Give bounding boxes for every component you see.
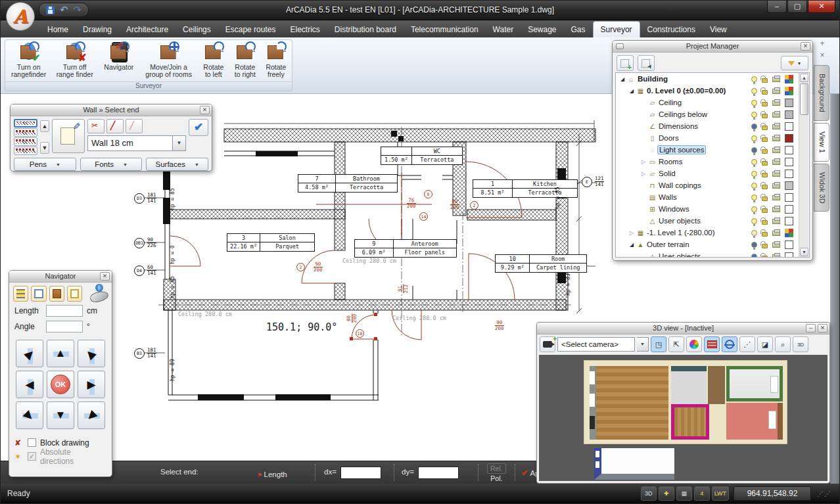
ribbon-tab[interactable]: Electrics [283, 22, 327, 37]
lock-icon[interactable] [762, 232, 768, 237]
ribbon-button[interactable]: Turn off range finder [51, 41, 99, 81]
direction-down-left-button[interactable]: ◀ [78, 401, 105, 429]
visibility-bulb-icon[interactable] [751, 159, 757, 165]
ribbon-button[interactable]: Rotate freely [262, 41, 291, 81]
visibility-bulb-icon[interactable] [751, 206, 757, 212]
door-mode-button[interactable] [49, 286, 64, 302]
view-tab[interactable]: View 1 [814, 123, 829, 162]
camera-preview-button[interactable]: ⌕ [775, 336, 791, 352]
wall-type-up-button[interactable]: ▲ [40, 120, 49, 132]
add-element-button[interactable] [617, 55, 634, 71]
print-icon[interactable] [772, 160, 780, 165]
color-swatch[interactable] [785, 252, 793, 258]
ribbon-button[interactable]: Turn on rangefinder [7, 41, 51, 81]
print-icon[interactable] [772, 148, 780, 153]
add-camera-button[interactable] [540, 336, 555, 352]
print-icon[interactable] [772, 242, 780, 248]
color-swatch[interactable] [785, 99, 793, 107]
lock-icon[interactable] [762, 114, 768, 118]
visibility-bulb-icon[interactable] [751, 100, 757, 106]
ribbon-tab[interactable]: Water [486, 22, 521, 37]
view-tab[interactable]: Background [814, 65, 829, 121]
navigator-title[interactable]: Navigator ✕ [9, 271, 112, 283]
print-icon[interactable] [772, 77, 780, 82]
length-input[interactable] [46, 305, 83, 317]
direction-up-button[interactable]: ▲ [47, 340, 74, 367]
ribbon-tab[interactable]: Architecture [119, 22, 175, 37]
print-icon[interactable] [772, 124, 780, 129]
orbit-button[interactable] [722, 336, 737, 352]
print-icon[interactable] [772, 231, 780, 236]
tree-row[interactable]: ▱ Ceiling [616, 97, 809, 108]
select-element-button[interactable] [638, 55, 655, 71]
absolute-directions-checkbox[interactable]: ✓ [28, 452, 36, 461]
tree-expander-icon[interactable] [640, 171, 647, 177]
render-button[interactable]: ◪ [757, 336, 773, 352]
tree-item-label[interactable]: Dimensions [657, 122, 699, 130]
visibility-bulb-icon[interactable] [751, 218, 757, 224]
print-icon[interactable] [772, 254, 780, 258]
lock-icon[interactable] [762, 137, 768, 142]
lock-icon[interactable] [762, 220, 768, 225]
color-swatch[interactable] [785, 134, 793, 143]
ok-button[interactable]: OK [47, 371, 74, 398]
ribbon-tab[interactable]: Constructions [640, 22, 703, 37]
color-swatch[interactable] [785, 110, 793, 119]
tree-row[interactable]: ▤ Walls [616, 191, 809, 203]
confirm-button[interactable]: ✔ [189, 119, 208, 136]
color-swatch[interactable] [785, 181, 793, 190]
direction-down-right-button[interactable]: ▶ [16, 401, 43, 429]
color-swatch[interactable] [785, 146, 793, 154]
wall-dialog-title[interactable]: Wall » Select end ✕ [11, 104, 212, 116]
tree-row[interactable]: ▱ Ceilings below [616, 108, 809, 120]
tree-item-label[interactable]: Solid [657, 170, 677, 177]
angle-input[interactable] [46, 321, 83, 332]
direction-up-left-button[interactable]: ◀ [78, 340, 105, 367]
tree-item-label[interactable]: -1. Level 1 (-280.00) [645, 229, 716, 237]
walk-button[interactable]: ⋰ [739, 336, 755, 352]
scroll-thumb[interactable] [800, 83, 808, 115]
lock-icon[interactable] [762, 78, 768, 83]
dock-icon[interactable]: + [820, 39, 824, 48]
tree-row[interactable]: ∠ Dimensions [616, 120, 809, 132]
ribbon-button[interactable]: Rotate to right [229, 41, 262, 81]
tree-item-label[interactable]: User objects [657, 217, 702, 225]
color-swatch[interactable] [785, 205, 793, 214]
visibility-bulb-icon[interactable] [751, 112, 757, 118]
offset-line-button[interactable] [126, 119, 143, 133]
wall-type-down-button[interactable]: ▼ [40, 142, 49, 154]
wall-mode-button[interactable] [13, 286, 28, 302]
print-icon[interactable] [772, 172, 780, 177]
color-swatch[interactable] [785, 87, 793, 95]
lock-icon[interactable] [762, 149, 768, 154]
tree-expander-icon[interactable] [640, 159, 647, 165]
wall-style-field[interactable]: Wall 18 cm [87, 135, 173, 151]
visibility-bulb-icon[interactable] [751, 230, 757, 236]
wall-type-option[interactable] [14, 147, 37, 155]
tree-row[interactable]: ▱ Solid [616, 168, 809, 179]
minimize-button[interactable]: – [767, 1, 787, 13]
tree-row[interactable]: ▯ Doors [616, 132, 809, 144]
relative-toggle[interactable]: Rel. [487, 463, 506, 474]
direction-right-button[interactable]: ▶ [78, 371, 105, 398]
maximize-button[interactable]: ▢ [787, 1, 807, 13]
ribbon-tab[interactable]: View [703, 22, 734, 37]
ribbon-tab[interactable]: Drawing [76, 22, 119, 37]
visibility-bulb-icon[interactable] [751, 171, 757, 177]
tree-row[interactable]: △ User objects [616, 215, 809, 227]
color-swatch[interactable] [785, 75, 793, 83]
wall-type-option[interactable] [14, 137, 37, 146]
visibility-bulb-icon[interactable] [751, 124, 757, 129]
ribbon-button[interactable]: Navigator [99, 41, 139, 81]
trim-tool-button[interactable] [87, 119, 105, 133]
camera-select[interactable]: <Select camera> [557, 337, 635, 352]
close-button[interactable]: ✕ [808, 1, 835, 13]
ribbon-tab[interactable]: Gas [564, 22, 593, 37]
pens-dropdown[interactable]: Pens [14, 158, 76, 171]
ribbon-tab[interactable]: Surveyor [593, 21, 640, 37]
visibility-bulb-icon[interactable] [751, 195, 757, 200]
color-swatch[interactable] [785, 241, 793, 249]
view-3d-title[interactable]: 3D view - [Inactive] – ✕ [537, 323, 829, 334]
print-icon[interactable] [772, 136, 780, 141]
close-icon[interactable]: ✕ [818, 324, 828, 332]
